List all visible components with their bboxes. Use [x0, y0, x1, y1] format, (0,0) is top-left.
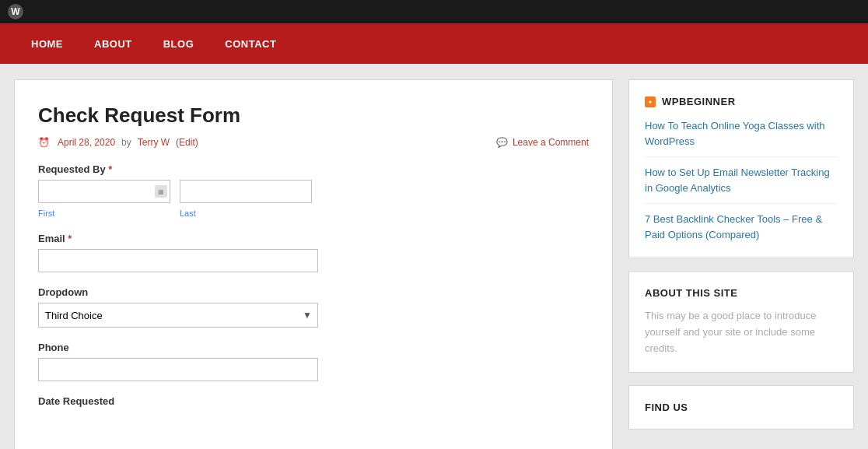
page-wrapper: Check Request Form ⏰ April 28, 2020 by T…: [6, 64, 862, 449]
last-name-wrapper: [180, 180, 312, 203]
email-label: Email *: [38, 233, 589, 244]
autocomplete-icon: ▦: [155, 185, 167, 198]
name-fields: ▦: [38, 180, 589, 203]
rss-link-2[interactable]: 7 Best Backlink Checker Tools – Free & P…: [645, 212, 838, 242]
last-name-input[interactable]: [180, 180, 312, 203]
phone-group: Phone: [38, 342, 589, 381]
post-edit[interactable]: (Edit): [176, 137, 198, 148]
first-name-input[interactable]: [38, 180, 170, 203]
required-star-name: *: [108, 163, 112, 175]
name-sublabels: First Last: [38, 206, 589, 219]
rss-widget: WPBEGINNER How To Teach Online Yoga Clas…: [628, 79, 854, 258]
dropdown-select[interactable]: First Choice Second Choice Third Choice …: [38, 303, 318, 328]
date-group: Date Requested: [38, 395, 589, 407]
post-author[interactable]: Terry W: [138, 137, 170, 148]
about-title: ABOUT THIS SITE: [645, 287, 838, 299]
email-input[interactable]: [38, 249, 318, 272]
required-star-email: *: [68, 233, 72, 244]
post-meta: ⏰ April 28, 2020 by Terry W (Edit) 💬 Lea…: [38, 137, 589, 148]
comment-meta: 💬 Leave a Comment: [496, 137, 589, 148]
first-sublabel: First: [38, 209, 54, 218]
dropdown-label: Dropdown: [38, 286, 589, 298]
comment-icon: 💬: [496, 137, 508, 148]
last-sublabel: Last: [180, 209, 196, 218]
check-request-form: Requested By * ▦ First: [38, 163, 589, 407]
find-us-widget: FIND US: [628, 385, 854, 430]
requested-by-label: Requested By *: [38, 163, 589, 175]
find-us-title: FIND US: [645, 402, 838, 413]
email-group: Email *: [38, 233, 589, 272]
nav-about[interactable]: ABOUT: [79, 23, 148, 64]
wp-admin-logo[interactable]: W: [8, 4, 23, 19]
nav-contact[interactable]: CONTACT: [209, 23, 292, 64]
nav-blog[interactable]: BLOG: [148, 23, 210, 64]
clock-icon: ⏰: [38, 137, 50, 148]
rss-icon: [645, 96, 656, 107]
about-text: This may be a good place to introduce yo…: [645, 308, 838, 356]
rss-link-0[interactable]: How To Teach Online Yoga Classes with Wo…: [645, 118, 838, 157]
dropdown-group: Dropdown First Choice Second Choice Thir…: [38, 286, 589, 328]
rss-link-1[interactable]: How to Set Up Email Newsletter Tracking …: [645, 165, 838, 204]
rss-widget-title: WPBEGINNER: [662, 96, 736, 107]
post-date[interactable]: April 28, 2020: [58, 137, 115, 148]
nav-home[interactable]: HOME: [16, 23, 79, 64]
main-nav: HOME ABOUT BLOG CONTACT: [0, 23, 868, 64]
date-label: Date Requested: [38, 395, 589, 407]
first-name-wrapper: ▦: [38, 180, 170, 203]
requested-by-group: Requested By * ▦ First: [38, 163, 589, 219]
page-title: Check Request Form: [38, 103, 589, 128]
main-content: Check Request Form ⏰ April 28, 2020 by T…: [14, 79, 613, 449]
admin-bar: W: [0, 0, 868, 23]
rss-header: WPBEGINNER: [645, 96, 838, 107]
about-widget: ABOUT THIS SITE This may be a good place…: [628, 271, 854, 373]
dropdown-wrapper: First Choice Second Choice Third Choice …: [38, 303, 318, 328]
sidebar: WPBEGINNER How To Teach Online Yoga Clas…: [628, 79, 854, 449]
phone-input[interactable]: [38, 358, 318, 381]
leave-comment-link[interactable]: Leave a Comment: [513, 137, 589, 148]
phone-label: Phone: [38, 342, 589, 353]
